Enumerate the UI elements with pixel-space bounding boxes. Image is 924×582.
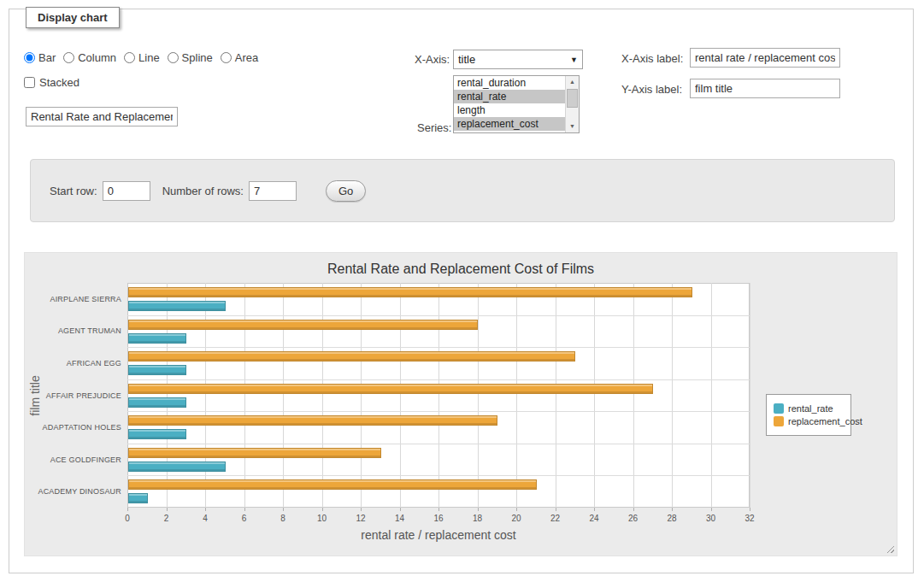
x-tick-label: 0 xyxy=(125,514,130,523)
rows-panel: Start row: Number of rows: Go xyxy=(30,159,895,222)
radio-column[interactable] xyxy=(63,52,74,63)
gridline xyxy=(205,283,206,508)
start-row-input[interactable] xyxy=(103,181,150,201)
bar-replacement_cost[interactable] xyxy=(128,384,653,394)
bar-rental_rate[interactable] xyxy=(128,333,186,344)
x-axis-selected-value: title xyxy=(458,53,475,66)
bar-replacement_cost[interactable] xyxy=(128,287,692,297)
axis-tick xyxy=(400,508,401,511)
category-label: ACADEMY DINOSAUR xyxy=(25,487,121,496)
radio-label: Spline xyxy=(182,51,213,64)
gridline xyxy=(478,283,479,508)
radio-label: Area xyxy=(235,51,258,64)
series-options: rental_durationrental_ratelengthreplacem… xyxy=(454,76,565,132)
radio-line[interactable] xyxy=(124,52,135,63)
radio-area[interactable] xyxy=(221,52,232,63)
gridline xyxy=(322,283,323,508)
fieldset-legend: Display chart xyxy=(26,7,120,28)
bar-rental_rate[interactable] xyxy=(128,365,186,375)
chart-type-radio-area[interactable]: Area xyxy=(221,51,258,64)
bar-rental_rate[interactable] xyxy=(128,429,186,439)
axis-tick xyxy=(750,508,750,511)
gridline xyxy=(283,283,284,508)
bar-replacement_cost[interactable] xyxy=(128,415,497,426)
chart-title-input[interactable] xyxy=(26,107,178,126)
x-tick-label: 20 xyxy=(511,514,521,523)
scrollbar-thumb[interactable] xyxy=(567,89,578,108)
gridline xyxy=(594,283,595,508)
series-select-label: Series: xyxy=(417,121,451,134)
x-axis-label-input[interactable] xyxy=(690,48,840,68)
bar-replacement_cost[interactable] xyxy=(128,320,478,330)
chart-type-radio-line[interactable]: Line xyxy=(124,51,160,64)
gridline xyxy=(127,444,750,444)
x-tick-label: 8 xyxy=(280,514,285,523)
gridline xyxy=(633,283,634,508)
series-option-rental_duration[interactable]: rental_duration xyxy=(454,76,565,90)
gridline xyxy=(711,283,712,508)
series-scrollbar[interactable]: ▲ ▼ xyxy=(565,76,579,132)
num-rows-label: Number of rows: xyxy=(162,185,244,197)
legend-entry-rental_rate[interactable]: rental_rate xyxy=(774,403,844,414)
resize-handle-icon[interactable] xyxy=(885,544,894,553)
chevron-down-icon: ▼ xyxy=(570,56,578,64)
chart-type-radio-column[interactable]: Column xyxy=(63,51,116,64)
axis-tick xyxy=(361,508,362,511)
stacked-checkbox-row[interactable]: Stacked xyxy=(24,76,79,89)
x-tick-label: 6 xyxy=(242,514,247,523)
radio-spline[interactable] xyxy=(168,52,179,63)
chart-type-radio-spline[interactable]: Spline xyxy=(168,51,213,64)
num-rows-input[interactable] xyxy=(249,181,297,201)
bar-replacement_cost[interactable] xyxy=(128,351,575,362)
axis-tick xyxy=(283,508,284,511)
legend-label: replacement_cost xyxy=(788,416,862,426)
radio-label: Line xyxy=(138,51,160,64)
x-tick-label: 2 xyxy=(164,514,169,523)
x-tick-label: 14 xyxy=(395,514,404,523)
axis-tick xyxy=(478,508,479,511)
bar-rental_rate[interactable] xyxy=(128,493,148,503)
chart-type-radio-group: BarColumnLineSplineArea xyxy=(24,51,266,64)
chart-type-radio-bar[interactable]: Bar xyxy=(24,51,56,64)
axis-tick xyxy=(205,508,206,511)
gridline xyxy=(167,283,168,508)
radio-bar[interactable] xyxy=(24,52,35,63)
axis-tick xyxy=(556,508,556,511)
x-axis-select-label: X-Axis: xyxy=(415,53,450,66)
x-axis-select[interactable]: title ▼ xyxy=(453,50,583,69)
axis-tick xyxy=(711,508,712,511)
stacked-checkbox[interactable] xyxy=(24,77,35,88)
scroll-up-icon[interactable]: ▲ xyxy=(566,76,579,88)
legend-entry-replacement_cost[interactable]: replacement_cost xyxy=(774,416,844,426)
x-tick-label: 22 xyxy=(550,514,560,523)
axis-tick xyxy=(438,508,439,511)
gridline xyxy=(127,411,750,412)
series-multiselect[interactable]: rental_durationrental_ratelengthreplacem… xyxy=(453,75,580,133)
bar-replacement_cost[interactable] xyxy=(128,479,537,490)
display-chart-fieldset: Display chart BarColumnLineSplineArea St… xyxy=(9,9,914,573)
series-option-replacement_cost[interactable]: replacement_cost xyxy=(454,117,565,131)
x-tick-label: 28 xyxy=(667,514,676,523)
go-button[interactable]: Go xyxy=(326,180,366,202)
bar-rental_rate[interactable] xyxy=(128,461,226,472)
x-tick-label: 32 xyxy=(744,514,754,523)
scroll-down-icon[interactable]: ▼ xyxy=(566,121,579,132)
series-option-length[interactable]: length xyxy=(454,103,565,117)
category-label: AIRPLANE SIERRA xyxy=(25,295,121,303)
bar-rental_rate[interactable] xyxy=(128,301,226,311)
x-tick-label: 10 xyxy=(317,514,327,523)
axis-tick xyxy=(127,508,128,511)
legend-symbol xyxy=(774,416,784,426)
x-axis-label-label: X-Axis label: xyxy=(621,52,683,65)
y-axis-label-label: Y-Axis label: xyxy=(621,83,682,96)
gridline xyxy=(400,283,401,508)
bar-rental_rate[interactable] xyxy=(128,397,186,408)
axis-tick xyxy=(167,508,168,511)
x-tick-label: 18 xyxy=(473,514,482,523)
series-option-rental_rate[interactable]: rental_rate xyxy=(454,90,565,103)
bar-replacement_cost[interactable] xyxy=(128,448,381,458)
gridline xyxy=(127,475,750,476)
y-axis-label-input[interactable] xyxy=(690,79,840,98)
gridline xyxy=(556,283,556,508)
gridline xyxy=(361,283,362,508)
